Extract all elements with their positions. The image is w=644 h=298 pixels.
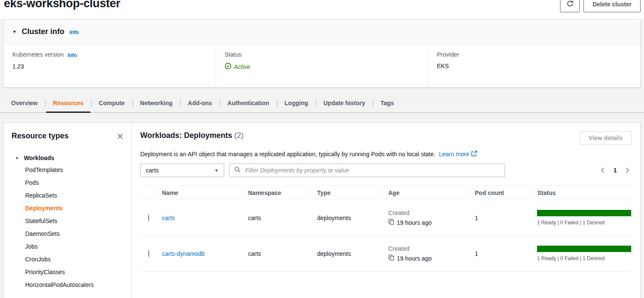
status-progress-bar xyxy=(537,210,631,216)
search-icon xyxy=(234,166,241,175)
page-header: eks-workshop-cluster Delete cluster xyxy=(0,0,644,19)
column-header-name: Name xyxy=(156,186,243,200)
table-body: carts carts deployments Created 19 hours… xyxy=(140,200,632,272)
column-header-status: Status xyxy=(532,186,632,200)
deployments-title: Workloads: Deployments(2) xyxy=(140,131,244,140)
deployment-name-link[interactable]: carts xyxy=(162,215,175,221)
sidebar-group-workloads[interactable]: ▼ Workloads xyxy=(12,155,124,161)
deployment-age: Created 19 hours ago xyxy=(383,245,469,262)
sidebar-item-cronjobs[interactable]: CronJobs xyxy=(12,253,124,266)
next-page-icon[interactable] xyxy=(625,167,630,174)
deployment-age: Created 19 hours ago xyxy=(383,209,469,226)
row-radio-button[interactable] xyxy=(148,214,149,222)
cluster-info-title: Cluster info xyxy=(22,27,64,36)
column-header-age: Age xyxy=(383,186,469,200)
kubernetes-version-field: Kubernetes version Info 1.23 xyxy=(4,44,216,87)
provider-label: Provider xyxy=(437,51,459,58)
deployments-content: Workloads: Deployments(2) View details D… xyxy=(132,123,640,298)
status-progress-bar xyxy=(537,246,631,252)
page-number[interactable]: 1 xyxy=(613,167,617,174)
kubernetes-version-value: 1.23 xyxy=(12,63,207,70)
view-details-button[interactable]: View details xyxy=(580,131,632,145)
deployment-status: 1 Ready | 0 Failed | 1 Desired xyxy=(532,210,632,226)
resource-types-title: Resource types xyxy=(12,132,69,140)
sidebar-item-jobs[interactable]: Jobs xyxy=(12,240,124,253)
pagination: 1 xyxy=(600,167,632,174)
cluster-tabs: Overview Resources Compute Networking Ad… xyxy=(0,94,644,113)
close-icon[interactable] xyxy=(117,133,124,140)
tab-resources[interactable]: Resources xyxy=(45,94,91,112)
table-header-row: Name Namespace Type Age Pod count Status xyxy=(140,186,632,200)
search-box xyxy=(229,163,505,177)
page-actions: Delete cluster xyxy=(560,0,641,12)
status-field: Status Active xyxy=(216,44,428,87)
kubernetes-version-info-link[interactable]: Info xyxy=(68,52,77,58)
filter-dropdown[interactable]: carts ▼ xyxy=(140,163,224,177)
sidebar-group-label: Workloads xyxy=(24,155,54,161)
sidebar-item-replicasets[interactable]: ReplicaSets xyxy=(12,189,124,202)
tab-update-history[interactable]: Update history xyxy=(316,94,373,112)
row-radio-button[interactable] xyxy=(148,250,149,258)
sidebar-item-priorityclasses[interactable]: PriorityClasses xyxy=(12,266,124,278)
external-link-icon xyxy=(471,150,477,158)
status-value: Active xyxy=(234,63,250,70)
previous-page-icon[interactable] xyxy=(600,167,605,174)
deployment-pod-count: 1 xyxy=(469,215,532,221)
delete-cluster-button[interactable]: Delete cluster xyxy=(583,0,641,12)
sidebar-item-deployments[interactable]: Deployments xyxy=(12,202,124,215)
sidebar-item-horizontalpodautoscalers[interactable]: HorizontalPodAutoscalers xyxy=(12,278,124,291)
deployments-title-text: Workloads: Deployments xyxy=(140,131,232,140)
age-created-label: Created xyxy=(388,209,469,216)
deployment-status: 1 Ready | 0 Failed | 1 Desired xyxy=(532,246,632,261)
tab-logging[interactable]: Logging xyxy=(277,94,316,112)
sidebar-item-podtemplates[interactable]: PodTemplates xyxy=(12,163,124,176)
sidebar-item-pods[interactable]: Pods xyxy=(12,176,124,189)
copy-icon[interactable] xyxy=(388,219,394,226)
page-title: eks-workshop-cluster xyxy=(4,0,120,10)
column-header-namespace: Namespace xyxy=(243,186,312,200)
deployments-table: Name Namespace Type Age Pod count Status… xyxy=(140,186,632,272)
column-header-type: Type xyxy=(312,186,383,200)
status-text: 1 Ready | 0 Failed | 1 Desired xyxy=(537,220,631,226)
kubernetes-version-label: Kubernetes version xyxy=(12,51,64,58)
tab-networking[interactable]: Networking xyxy=(133,94,180,112)
deployment-pod-count: 1 xyxy=(469,250,532,257)
select-column-header xyxy=(140,186,156,200)
resource-types-sidebar: Resource types ▼ Workloads PodTemplates … xyxy=(4,123,132,298)
deployment-namespace: carts xyxy=(243,250,312,257)
learn-more-link[interactable]: Learn more xyxy=(439,150,478,158)
deployment-name-link[interactable]: carts-dynamodb xyxy=(162,250,205,257)
tab-authentication[interactable]: Authentication xyxy=(220,94,277,112)
deployments-description: Deployment is an API object that manages… xyxy=(140,150,632,158)
provider-value: EKS xyxy=(437,63,632,69)
tab-tags[interactable]: Tags xyxy=(373,94,402,112)
sidebar-item-statefulsets[interactable]: StatefulSets xyxy=(12,215,124,227)
filter-row: carts ▼ 1 xyxy=(140,163,632,177)
learn-more-label: Learn more xyxy=(439,151,470,158)
cluster-info-header[interactable]: ▼ Cluster info Info xyxy=(4,20,640,44)
refresh-icon xyxy=(566,0,574,9)
filter-search-input[interactable] xyxy=(244,166,500,174)
tab-overview[interactable]: Overview xyxy=(3,94,45,112)
tree-caret-icon: ▼ xyxy=(15,156,19,160)
age-value-text: 19 hours ago xyxy=(397,255,432,262)
description-text: Deployment is an API object that manages… xyxy=(140,151,436,158)
table-row: carts carts deployments Created 19 hours… xyxy=(140,200,632,236)
cluster-info-body: Kubernetes version Info 1.23 Status Acti… xyxy=(4,44,640,87)
tab-compute[interactable]: Compute xyxy=(91,94,133,112)
cluster-info-info-link[interactable]: Info xyxy=(69,29,79,35)
age-created-label: Created xyxy=(388,245,469,252)
status-text: 1 Ready | 0 Failed | 1 Desired xyxy=(537,255,631,261)
deployment-namespace: carts xyxy=(243,215,312,221)
deployment-type: deployments xyxy=(312,215,383,221)
deployment-type: deployments xyxy=(312,250,383,257)
deployments-count: (2) xyxy=(234,131,244,140)
check-circle-icon xyxy=(225,63,231,71)
age-value-text: 19 hours ago xyxy=(397,219,432,226)
tab-add-ons[interactable]: Add-ons xyxy=(180,94,220,112)
refresh-button[interactable] xyxy=(560,0,580,12)
sidebar-items: PodTemplates Pods ReplicaSets Deployment… xyxy=(12,163,124,291)
sidebar-item-daemonsets[interactable]: DaemonSets xyxy=(12,227,124,240)
copy-icon[interactable] xyxy=(388,255,394,262)
resources-panel: Resource types ▼ Workloads PodTemplates … xyxy=(3,123,641,298)
